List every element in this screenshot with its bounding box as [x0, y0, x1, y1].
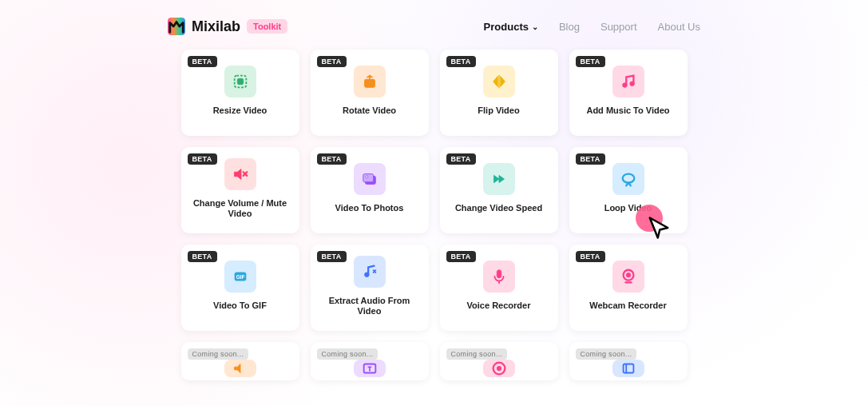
- tools-grid: BETA Resize Video BETA Rotate Video BETA…: [184, 50, 684, 380]
- beta-badge: BETA: [576, 153, 605, 165]
- photos-icon: [354, 163, 386, 195]
- svg-point-5: [629, 82, 634, 86]
- beta-badge: BETA: [576, 251, 605, 262]
- logo-icon: [168, 18, 185, 35]
- beta-badge: BETA: [317, 153, 347, 165]
- svg-point-10: [365, 176, 367, 178]
- card-voice-recorder[interactable]: BETA Voice Recorder: [440, 245, 558, 331]
- card-loop-video[interactable]: BETA Loop Video: [569, 147, 688, 233]
- beta-badge: BETA: [317, 251, 347, 262]
- soon-badge: Coming soon...: [188, 348, 249, 360]
- beta-badge: BETA: [576, 56, 605, 67]
- beta-badge: BETA: [317, 56, 347, 67]
- tools-grid-wrap: BETA Resize Video BETA Rotate Video BETA…: [0, 50, 868, 380]
- card-video-to-gif[interactable]: BETA GIF Video To GIF: [181, 245, 299, 331]
- coming-soon-icon: T: [354, 360, 386, 377]
- nav-support[interactable]: Support: [600, 21, 637, 33]
- coming-soon-icon: [612, 360, 644, 377]
- coming-soon-icon: [483, 360, 515, 377]
- card-title: Resize Video: [213, 105, 268, 116]
- loop-icon: [612, 163, 644, 195]
- soon-badge: Coming soon...: [317, 348, 379, 360]
- nav-about[interactable]: About Us: [658, 21, 700, 33]
- card-video-to-photos[interactable]: BETA Video To Photos: [311, 147, 429, 233]
- svg-rect-9: [363, 174, 373, 182]
- card-title: Change Volume / Mute Video: [188, 198, 293, 219]
- card-title: Webcam Recorder: [589, 301, 666, 311]
- svg-point-14: [364, 273, 369, 277]
- card-extract-audio[interactable]: BETA Extract Audio From Video: [311, 245, 429, 331]
- svg-point-21: [497, 366, 501, 371]
- header: Mixilab Toolkit Products ⌄ Blog Support …: [0, 0, 868, 50]
- mic-icon: [483, 261, 515, 293]
- coming-soon-icon: [224, 360, 256, 377]
- card-flip-video[interactable]: BETA Flip Video: [440, 50, 558, 136]
- card-coming-soon: Coming soon... T: [311, 342, 429, 380]
- beta-badge: BETA: [188, 251, 217, 262]
- soon-badge: Coming soon...: [576, 348, 637, 360]
- nav-products[interactable]: Products ⌄: [484, 21, 538, 33]
- flip-icon: [483, 66, 515, 98]
- svg-point-4: [622, 83, 627, 88]
- card-coming-soon: Coming soon...: [181, 342, 299, 380]
- card-title: Loop Video: [604, 203, 652, 213]
- gif-icon: GIF: [224, 261, 256, 293]
- card-add-music[interactable]: BETA Add Music To Video: [569, 50, 688, 136]
- svg-point-17: [626, 273, 631, 278]
- card-title: Flip Video: [478, 105, 519, 116]
- svg-rect-22: [623, 364, 633, 373]
- music-icon: [612, 66, 644, 98]
- svg-rect-2: [364, 80, 375, 88]
- toolkit-badge: Toolkit: [247, 19, 287, 34]
- card-change-speed[interactable]: BETA Change Video Speed: [440, 147, 558, 233]
- svg-text:T: T: [368, 366, 371, 372]
- card-webcam-recorder[interactable]: BETA Webcam Recorder: [569, 245, 688, 331]
- extract-audio-icon: [354, 256, 386, 288]
- card-title: Voice Recorder: [467, 301, 531, 311]
- resize-icon: [224, 66, 256, 98]
- soon-badge: Coming soon...: [446, 348, 508, 360]
- beta-badge: BETA: [188, 153, 217, 165]
- card-title: Add Music To Video: [586, 105, 669, 116]
- mute-icon: [224, 158, 256, 190]
- card-coming-soon: Coming soon...: [440, 342, 558, 380]
- card-title: Change Video Speed: [455, 203, 542, 213]
- card-change-volume[interactable]: BETA Change Volume / Mute Video: [181, 147, 299, 233]
- svg-rect-15: [497, 270, 501, 278]
- webcam-icon: [612, 261, 644, 293]
- svg-rect-1: [237, 79, 243, 85]
- nav-blog[interactable]: Blog: [559, 21, 580, 33]
- svg-text:GIF: GIF: [236, 274, 244, 280]
- svg-point-11: [622, 174, 634, 183]
- beta-badge: BETA: [446, 251, 476, 262]
- nav: Products ⌄ Blog Support About Us: [484, 21, 700, 33]
- card-resize-video[interactable]: BETA Resize Video: [181, 50, 299, 136]
- brand[interactable]: Mixilab Toolkit: [168, 18, 287, 35]
- rotate-icon: [354, 66, 386, 98]
- nav-products-label: Products: [484, 21, 529, 33]
- beta-badge: BETA: [188, 56, 217, 67]
- beta-badge: BETA: [446, 153, 476, 165]
- chevron-down-icon: ⌄: [532, 22, 538, 31]
- speed-icon: [483, 163, 515, 195]
- card-coming-soon: Coming soon...: [569, 342, 688, 380]
- card-title: Video To GIF: [213, 301, 267, 311]
- card-title: Extract Audio From Video: [317, 296, 422, 316]
- card-title: Video To Photos: [335, 203, 404, 213]
- card-rotate-video[interactable]: BETA Rotate Video: [311, 50, 429, 136]
- brand-name: Mixilab: [192, 18, 240, 35]
- card-title: Rotate Video: [343, 105, 396, 116]
- beta-badge: BETA: [446, 56, 476, 67]
